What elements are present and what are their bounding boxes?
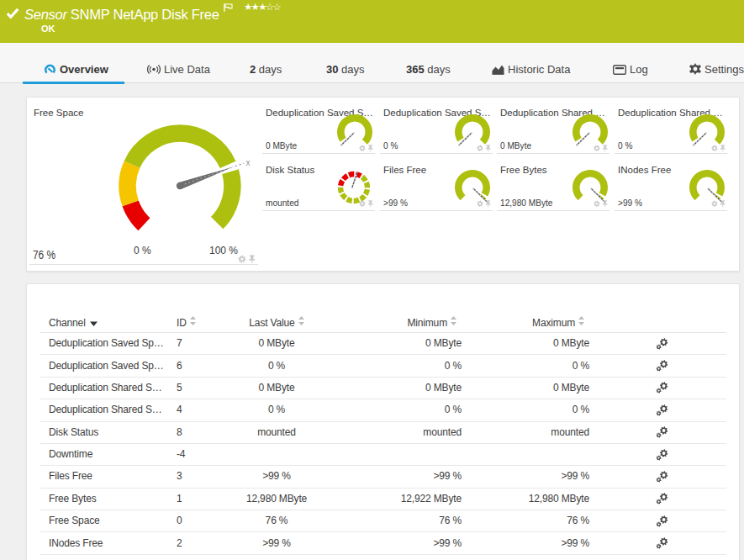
svg-text:x: x <box>246 158 251 167</box>
